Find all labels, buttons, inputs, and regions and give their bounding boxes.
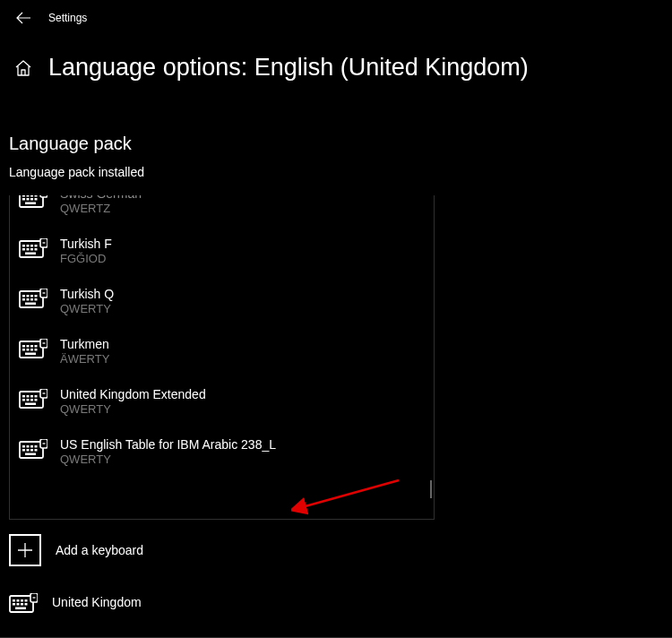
- svg-rect-44: [35, 349, 38, 351]
- svg-rect-4: [35, 195, 38, 197]
- keyboard-name: Turkish F: [60, 237, 112, 251]
- svg-rect-30: [27, 298, 30, 301]
- svg-rect-43: [30, 349, 33, 351]
- keyboard-icon: [9, 593, 38, 613]
- keyboard-dropdown-list[interactable]: Swiss GermanQWERTZ Turkish FFGĞIOD Turki…: [9, 195, 435, 520]
- svg-rect-74: [17, 599, 20, 602]
- svg-rect-65: [22, 449, 25, 452]
- svg-rect-16: [35, 245, 38, 247]
- svg-rect-51: [30, 395, 33, 398]
- svg-rect-75: [21, 599, 23, 602]
- svg-rect-77: [13, 603, 15, 606]
- keyboard-layout: QWERTY: [60, 302, 114, 315]
- svg-rect-14: [27, 245, 30, 247]
- installed-keyboard-name: United Kingdom: [52, 595, 142, 609]
- keyboard-name: Turkmen: [60, 337, 109, 351]
- title-bar: Settings: [0, 0, 672, 36]
- svg-rect-8: [35, 198, 38, 201]
- svg-rect-25: [22, 295, 25, 297]
- svg-rect-50: [27, 395, 30, 398]
- svg-rect-68: [35, 449, 38, 452]
- keyboard-list-item[interactable]: US English Table for IBM Arabic 238_LQWE…: [10, 427, 434, 477]
- keyboard-name: Swiss German: [60, 195, 142, 201]
- keyboard-layout: QWERTY: [60, 453, 276, 466]
- svg-rect-56: [35, 399, 38, 401]
- installed-keyboard-item[interactable]: United Kingdom: [0, 577, 672, 622]
- svg-rect-54: [27, 399, 30, 401]
- add-keyboard-button[interactable]: Add a keyboard: [0, 520, 672, 577]
- svg-rect-6: [27, 198, 30, 201]
- svg-rect-38: [27, 345, 30, 348]
- keyboard-name: Turkish Q: [60, 287, 114, 301]
- svg-rect-2: [27, 195, 30, 197]
- keyboard-layout: FGĞIOD: [60, 252, 112, 265]
- keyboard-list-item[interactable]: Turkish QQWERTY: [10, 276, 434, 326]
- keyboard-list-item[interactable]: Swiss GermanQWERTZ: [10, 195, 434, 226]
- svg-rect-26: [27, 295, 30, 297]
- svg-rect-57: [25, 403, 36, 406]
- keyboard-layout: QWERTZ: [60, 202, 142, 215]
- home-icon[interactable]: [14, 59, 32, 77]
- svg-rect-0: [20, 195, 43, 207]
- svg-rect-78: [17, 603, 20, 606]
- page-header: Language options: English (United Kingdo…: [0, 36, 672, 91]
- svg-rect-21: [25, 253, 36, 255]
- arrow-left-icon: [16, 12, 30, 24]
- svg-rect-7: [30, 198, 33, 201]
- svg-rect-10: [40, 195, 47, 197]
- keyboard-name: United Kingdom Extended: [60, 387, 206, 401]
- svg-rect-63: [30, 445, 33, 448]
- svg-rect-49: [22, 395, 25, 398]
- svg-rect-76: [25, 599, 28, 602]
- svg-rect-28: [35, 295, 38, 297]
- house-icon: [14, 60, 32, 76]
- svg-rect-53: [22, 399, 25, 401]
- section-status: Language pack installed: [0, 163, 672, 190]
- page-title: Language options: English (United Kingdo…: [48, 54, 529, 82]
- svg-rect-27: [30, 295, 33, 297]
- app-title: Settings: [48, 12, 87, 24]
- svg-rect-33: [25, 303, 36, 306]
- keyboard-list-item[interactable]: Turkish FFGĞIOD: [10, 226, 434, 276]
- svg-rect-18: [27, 248, 30, 251]
- svg-rect-17: [22, 248, 25, 251]
- svg-rect-64: [35, 445, 38, 448]
- svg-rect-37: [22, 345, 25, 348]
- svg-rect-29: [22, 298, 25, 301]
- svg-rect-69: [25, 453, 36, 456]
- svg-rect-13: [22, 245, 25, 247]
- svg-rect-80: [25, 603, 28, 606]
- keyboard-list-item[interactable]: TurkmenÄWERTY: [10, 326, 434, 376]
- section-heading: Language pack: [0, 91, 672, 163]
- keyboard-icon: [19, 389, 47, 409]
- add-keyboard-label: Add a keyboard: [56, 543, 143, 557]
- svg-rect-41: [22, 349, 25, 351]
- svg-rect-45: [25, 353, 36, 356]
- keyboard-name: US English Table for IBM Arabic 238_L: [60, 437, 276, 452]
- svg-rect-3: [30, 195, 33, 197]
- svg-rect-20: [35, 248, 38, 251]
- svg-rect-61: [22, 445, 25, 448]
- keyboard-layout: QWERTY: [60, 402, 206, 416]
- keyboard-icon: [19, 339, 47, 358]
- svg-rect-66: [27, 449, 30, 452]
- keyboard-icon: [19, 439, 47, 459]
- svg-rect-52: [35, 395, 38, 398]
- svg-rect-67: [30, 449, 33, 452]
- svg-rect-73: [13, 599, 15, 602]
- plus-icon: [9, 534, 41, 566]
- svg-rect-1: [22, 195, 25, 197]
- svg-rect-19: [30, 248, 33, 251]
- keyboard-list-item[interactable]: United Kingdom ExtendedQWERTY: [10, 376, 434, 427]
- svg-rect-81: [15, 608, 26, 610]
- svg-rect-40: [35, 345, 38, 348]
- keyboard-layout: ÄWERTY: [60, 352, 109, 366]
- scrollbar-thumb[interactable]: [430, 480, 432, 498]
- keyboard-icon: [19, 289, 47, 308]
- svg-rect-42: [27, 349, 30, 351]
- svg-rect-62: [27, 445, 30, 448]
- keyboard-icon: [19, 238, 47, 258]
- back-button[interactable]: [14, 9, 32, 27]
- svg-rect-39: [30, 345, 33, 348]
- svg-rect-9: [25, 203, 36, 205]
